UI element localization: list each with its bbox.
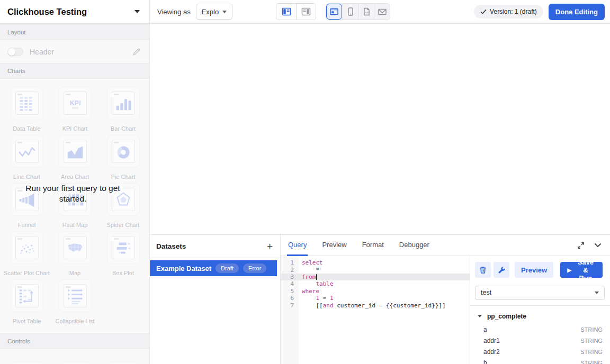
header-toggle-row: Header: [0, 40, 149, 63]
version-badge: Version: 1 (draft): [474, 5, 543, 19]
chevron-down-icon: [222, 11, 227, 13]
chart-tile-blank-control[interactable]: [51, 361, 99, 364]
tab-preview[interactable]: Preview: [321, 235, 347, 256]
bar-icon: [107, 87, 140, 120]
tab-debugger[interactable]: Debugger: [398, 235, 430, 256]
code-text: where: [299, 288, 319, 295]
datasets-header: Datasets +: [150, 235, 280, 258]
line-number: 7: [281, 302, 299, 309]
tile-label: Map: [69, 270, 80, 276]
query-tab-bar: QueryPreviewFormatDebugger: [281, 235, 610, 256]
chart-tile-bar[interactable]: Bar Chart: [99, 87, 147, 135]
chart-tile-pivot[interactable]: Pivot Table: [3, 279, 51, 327]
schema-field-a[interactable]: aSTRING: [478, 324, 603, 335]
box-icon: [107, 231, 140, 264]
code-line-4[interactable]: 4 table: [281, 280, 470, 287]
text-cursor: [316, 274, 317, 280]
pdf-export-button[interactable]: PDF: [358, 4, 374, 20]
code-line-7[interactable]: 7 [[and customer_id = {{customer_id}}]]: [281, 302, 470, 308]
field-name: a: [483, 326, 487, 333]
tile-label: Box Plot: [112, 270, 134, 276]
code-line-3[interactable]: 3from: [281, 274, 470, 280]
save-and-run-button[interactable]: ▶ Save & Run: [560, 262, 603, 278]
chart-tile-line[interactable]: Line Chart: [3, 135, 51, 183]
chart-tile-scatter[interactable]: Scatter Plot Chart: [3, 231, 51, 279]
tile-label: Pie Chart: [111, 174, 136, 180]
header-toggle-label: Header: [30, 48, 54, 56]
play-icon: ▶: [567, 267, 571, 273]
schema-field-addr2[interactable]: addr2STRING: [478, 347, 603, 358]
field-type: STRING: [581, 338, 603, 344]
pie-icon: [107, 135, 140, 168]
code-line-5[interactable]: 5where: [281, 288, 470, 295]
section-charts: Charts: [0, 63, 149, 79]
viewing-as-dropdown[interactable]: Explo: [196, 4, 233, 20]
schema-field-b[interactable]: bSTRING: [478, 358, 603, 364]
version-label: Version: 1 (draft): [490, 8, 537, 15]
datasets-panel: Datasets + Example Dataset DraftError: [150, 235, 281, 364]
add-dataset-button[interactable]: +: [267, 241, 273, 251]
dataset-row-example[interactable]: Example Dataset DraftError: [150, 260, 277, 276]
tab-query[interactable]: Query: [287, 235, 308, 256]
chart-tile-input-control[interactable]: [99, 361, 147, 364]
chart-tile-pie[interactable]: Pie Chart: [99, 135, 147, 183]
code-line-6[interactable]: 6 1 = 1: [281, 295, 470, 302]
email-export-button[interactable]: [374, 4, 390, 20]
tile-label: Heat Map: [62, 222, 88, 228]
schema-browser: pp_complete aSTRINGaddr1STRINGaddr2STRIN…: [470, 306, 610, 364]
preview-query-button[interactable]: Preview: [515, 262, 553, 278]
format-query-button[interactable]: [494, 262, 509, 278]
viewing-as-label: Viewing as: [157, 8, 191, 16]
view-mode-toggle-group: PDF: [326, 3, 390, 20]
code-text: *: [299, 267, 319, 274]
layout-left-panel-button[interactable]: [276, 4, 296, 20]
control-tiles-grid: [0, 353, 147, 364]
section-layout: Layout: [0, 24, 149, 40]
header-toggle[interactable]: [7, 48, 23, 56]
code-text: 1 = 1: [299, 295, 334, 302]
schema-table-header[interactable]: pp_complete: [478, 313, 603, 320]
chart-tile-data-table[interactable]: Data Table: [3, 87, 51, 135]
collapsible-icon: [59, 279, 92, 312]
database-select[interactable]: test: [475, 286, 605, 300]
section-controls: Controls: [0, 333, 149, 349]
chevron-down-icon: [134, 10, 140, 13]
trash-icon: [479, 266, 487, 274]
schema-field-list: aSTRINGaddr1STRINGaddr2STRINGbSTRING: [478, 324, 603, 364]
collapse-panel-chevron-icon[interactable]: [594, 243, 602, 248]
chart-tile-map[interactable]: Map: [51, 231, 99, 279]
code-line-2[interactable]: 2 *: [281, 266, 470, 273]
dataset-badge-draft: Draft: [216, 263, 239, 273]
tile-label: Area Chart: [61, 174, 89, 180]
chart-tile-collapsible[interactable]: Collapsible List: [51, 279, 99, 327]
tile-label: Bar Chart: [111, 125, 136, 132]
done-editing-button[interactable]: Done Editing: [549, 4, 605, 20]
chart-tile-select-control[interactable]: [3, 361, 51, 364]
tile-label: Line Chart: [13, 174, 40, 180]
chart-tile-box[interactable]: Box Plot: [99, 231, 147, 279]
line-number: 3: [281, 274, 299, 280]
area-icon: [59, 135, 92, 168]
delete-query-button[interactable]: [475, 262, 491, 278]
edit-pencil-icon[interactable]: [132, 48, 141, 56]
dashboard-editor: Clickhouse Testing Viewing as Explo P: [0, 0, 610, 364]
sql-editor[interactable]: 1select2 *3from4 table5where6 1 = 17 [[a…: [281, 256, 470, 364]
desktop-view-button[interactable]: [326, 4, 342, 20]
blank-control-icon: [59, 361, 92, 364]
field-name: addr2: [483, 348, 500, 356]
dashboard-title-menu[interactable]: Clickhouse Testing: [0, 0, 150, 23]
layout-right-panel-button[interactable]: [296, 4, 316, 20]
chart-tile-area[interactable]: Area Chart: [51, 135, 99, 183]
select-control-icon: [11, 361, 43, 364]
chart-tile-kpi[interactable]: KPIKPI Chart: [51, 87, 99, 135]
tab-format[interactable]: Format: [361, 235, 385, 256]
line-number: 6: [281, 295, 299, 302]
tile-label: Collapsible List: [56, 318, 95, 324]
expand-panel-icon[interactable]: [577, 242, 585, 249]
code-line-1[interactable]: 1select: [281, 259, 470, 266]
page-title: Clickhouse Testing: [7, 7, 87, 17]
schema-field-addr1[interactable]: addr1STRING: [478, 335, 603, 347]
mobile-view-button[interactable]: [342, 4, 358, 20]
field-name: addr1: [483, 337, 500, 344]
tabbar-icons: [577, 235, 610, 256]
